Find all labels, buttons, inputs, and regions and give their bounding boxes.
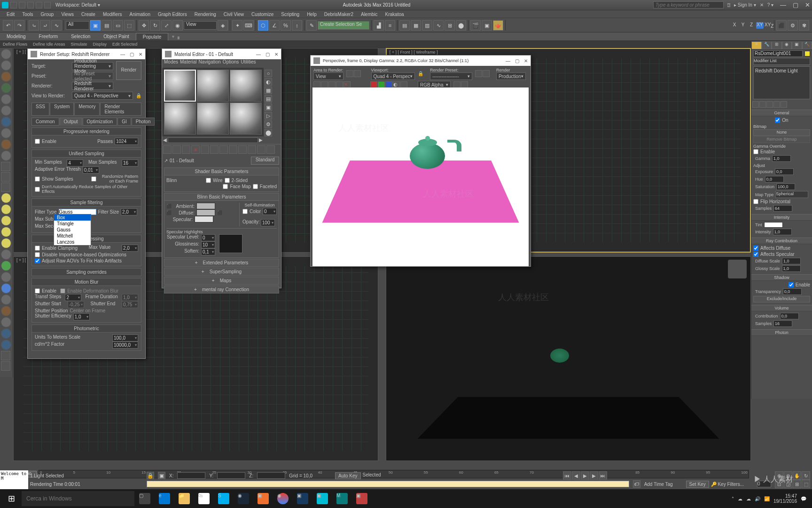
show-map-icon[interactable] <box>238 145 247 154</box>
minimize-icon[interactable]: — <box>506 58 510 64</box>
slot-scrollbar[interactable] <box>168 137 258 143</box>
transf-spinner[interactable]: 2 <box>65 294 81 301</box>
on-checkbox[interactable] <box>775 118 780 123</box>
volume-icon[interactable]: 🔊 <box>755 496 760 501</box>
palette-sphere[interactable] <box>1 294 11 305</box>
max-value-spinner[interactable]: 2,0 <box>122 245 138 252</box>
rollup-mental-ray[interactable]: + mental ray Connection <box>164 286 279 294</box>
filter-size-spinner[interactable]: 2,0 <box>121 208 137 215</box>
rollup-extended[interactable]: + Extended Parameters <box>164 259 279 267</box>
window-crossing-button[interactable]: ⬚ <box>124 20 134 31</box>
exclude-button[interactable]: Exclude/Include <box>753 296 810 302</box>
go-parent-icon[interactable] <box>257 145 265 154</box>
menu-create[interactable]: Create <box>78 11 99 17</box>
tab-gi[interactable]: GI <box>117 118 131 126</box>
aff-specular-checkbox[interactable] <box>753 252 758 257</box>
spinner-snap-button[interactable]: ↕ <box>292 20 302 31</box>
ribbon-sub-flows[interactable]: Define Flows <box>3 42 27 47</box>
unlink-button[interactable]: ⤾ <box>40 20 50 31</box>
region-icon[interactable] <box>346 70 353 77</box>
maya-icon[interactable]: M <box>333 489 351 508</box>
units-spinner[interactable]: 100,0 <box>112 334 138 341</box>
taskbar-clock[interactable]: 15:47 19/11/2016 <box>773 493 797 504</box>
clamp-checkbox[interactable] <box>35 246 40 251</box>
tint-swatch[interactable] <box>764 222 783 228</box>
menu-material[interactable]: Material <box>180 59 197 68</box>
rsettings-button[interactable]: ⚙ <box>788 20 798 31</box>
rollup-sample-filtering[interactable]: Sample filtering <box>31 198 141 206</box>
lock-icon[interactable]: ⬛ <box>166 210 172 215</box>
object-name-field[interactable]: RsDomeLight001 <box>753 50 803 57</box>
task-view-icon[interactable]: ▢ <box>135 489 154 508</box>
filter-option-gauss[interactable]: Gauss <box>54 227 91 233</box>
toggle-ribbon-button[interactable]: ▥ <box>422 20 432 31</box>
filter-option-mitchell[interactable]: Mitchell <box>54 233 91 239</box>
play-icon[interactable]: ▶ <box>581 471 589 480</box>
shadow-enable-checkbox[interactable] <box>789 282 794 287</box>
material-type-button[interactable]: Standard <box>251 157 279 165</box>
scale-button[interactable]: ⤢ <box>161 20 172 31</box>
gloss-spinner[interactable]: 10 <box>201 241 215 248</box>
options-icon[interactable]: ⚙ <box>265 120 272 128</box>
ribbon-sub-edit[interactable]: Edit Selected <box>112 42 137 47</box>
facemap-checkbox[interactable] <box>223 184 228 189</box>
material-slot[interactable] <box>230 70 262 102</box>
palette-sphere[interactable] <box>1 94 11 104</box>
nav-icon[interactable]: ⊕ <box>775 471 783 480</box>
object-color-swatch[interactable] <box>804 51 810 56</box>
rollup-photometric[interactable]: Photometric <box>31 325 141 333</box>
framedur-spinner[interactable]: 1,0 <box>122 294 138 301</box>
dialog-titlebar[interactable]: Material Editor - 01 - Default —▢✕ <box>162 49 281 59</box>
render-button[interactable]: 🫖 <box>493 20 503 31</box>
flip-checkbox[interactable] <box>753 199 758 204</box>
rollup-blinn-basic[interactable]: Blinn Basic Parameters <box>164 193 279 201</box>
rollup-shadow[interactable]: Shadow <box>751 275 812 281</box>
preset-combo[interactable]: ----------------- <box>430 72 472 80</box>
titlebar-icon[interactable] <box>44 2 51 8</box>
show-end-icon[interactable] <box>248 145 256 154</box>
menu-group[interactable]: Group <box>37 11 58 17</box>
help-search-input[interactable] <box>653 1 724 8</box>
diffuse-swatch[interactable] <box>196 209 215 216</box>
passes-spinner[interactable]: 1024 <box>115 138 138 145</box>
tab-photon[interactable]: Photon <box>132 118 155 126</box>
autokey-button[interactable]: Auto Key <box>335 472 361 479</box>
close-icon[interactable]: ✕ <box>274 52 278 57</box>
menu-graph-editors[interactable]: Graph Editors <box>154 11 191 17</box>
nav-icon[interactable]: ✋ <box>793 471 801 480</box>
close-icon[interactable]: ✕ <box>524 58 528 64</box>
maxscript-mini-listener[interactable] <box>147 481 629 487</box>
material-slot[interactable] <box>164 70 196 102</box>
menu-rendering[interactable]: Rendering <box>191 11 220 17</box>
placement-button[interactable]: ◉ <box>172 20 183 31</box>
modifier-stack[interactable]: Redshift Dome Light <box>753 66 810 99</box>
view-combo[interactable]: Quad 4 - Perspective <box>72 92 133 100</box>
preset-combo[interactable]: No preset selected <box>72 72 113 80</box>
select-name-button[interactable]: ▤ <box>102 20 112 31</box>
production-combo[interactable]: Production <box>496 72 526 80</box>
lock-selection-icon[interactable]: 🔒 <box>147 472 154 479</box>
named-sel-combo[interactable]: Create Selection Se <box>318 21 369 30</box>
color-spinner[interactable]: 0 <box>263 208 277 215</box>
viewport-perspective[interactable] <box>386 256 751 461</box>
rendered-frame-button[interactable]: ▣ <box>482 20 492 31</box>
remove-mod-icon[interactable] <box>773 101 780 108</box>
layer-manager-button[interactable]: ▦ <box>411 20 421 31</box>
link-button[interactable]: ⤿ <box>29 20 39 31</box>
ribbon-tab-selection[interactable]: Selection <box>64 33 97 40</box>
tab-common[interactable]: Common <box>31 118 59 126</box>
autokey-mode-combo[interactable]: Selected <box>363 472 396 479</box>
nav-icon[interactable]: ↻ <box>802 471 810 480</box>
add-time-tag[interactable]: Add Time Tag <box>644 482 673 487</box>
palette-box[interactable] <box>1 351 10 360</box>
diff-scale-field[interactable] <box>782 258 801 264</box>
chrome-icon[interactable]: ◉ <box>273 489 292 508</box>
utilities-tab[interactable]: 🔨 <box>802 41 812 49</box>
tab-system[interactable]: System <box>50 103 74 116</box>
samples-field[interactable] <box>773 205 792 212</box>
maptype-combo[interactable]: Spherical <box>775 191 808 198</box>
menu-utilities[interactable]: Utilities <box>241 59 256 68</box>
backlight-icon[interactable]: ◐ <box>265 78 272 86</box>
rollup-supersampling[interactable]: + SuperSampling <box>164 268 279 276</box>
contrib-field[interactable] <box>780 313 799 319</box>
